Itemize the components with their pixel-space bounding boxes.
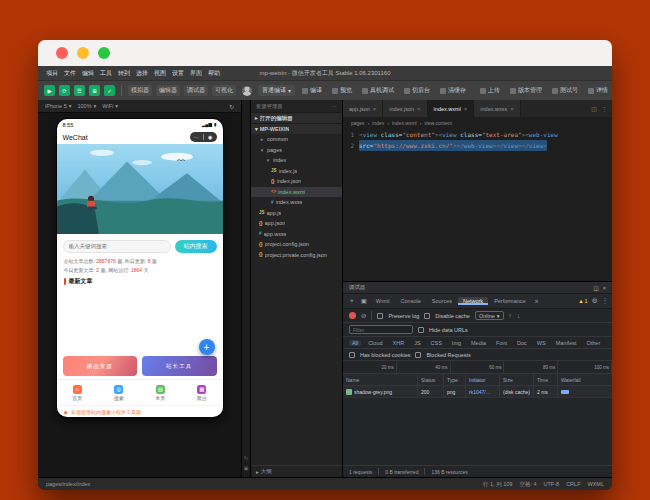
kebab-icon[interactable]: ⋮ [601,105,607,112]
quick-refresh-icon[interactable]: ⟳ [59,85,70,96]
eol-type[interactable]: CRLF [566,481,580,488]
language-mode[interactable]: WXML [588,481,605,488]
tree-item-index-json[interactable]: {} index.json [251,176,342,187]
minimize-window-button[interactable] [77,47,89,59]
quick-menu-icon[interactable]: ☰ [74,85,85,96]
device-icon[interactable]: ▣ [244,465,249,471]
tab-performance[interactable]: Performance [489,297,531,305]
breadcrumb-file[interactable]: index.wxml [392,120,417,126]
network-timeline[interactable]: 20 ms 40 ms 60 ms 80 ms 100 ms [343,361,612,374]
tree-item-common[interactable]: ▸ common [251,134,342,145]
clear-icon[interactable]: ⊘ [361,312,366,320]
promo-banner-2[interactable]: 站长工具 [142,356,217,376]
col-status[interactable]: Status [418,374,444,385]
search-input[interactable] [63,240,171,253]
ellipsis-icon[interactable]: ⋯ [332,103,337,109]
rotate-icon[interactable]: ↻ [244,455,248,461]
quick-run-icon[interactable]: ▶ [44,85,55,96]
close-icon[interactable]: × [373,106,377,112]
capsule-more-icon[interactable]: ⋯ [194,134,199,140]
filter-cloud[interactable]: Cloud [365,340,385,346]
tree-item-app-js[interactable]: JS app.js [251,208,342,219]
toggle-debugger[interactable]: 调试器 [184,85,208,96]
tree-item-project-config[interactable]: {} project.config.json [251,239,342,250]
blocked-cookies-checkbox[interactable] [349,352,355,358]
tree-item-project-private-config[interactable]: {} project.private.config.json [251,250,342,261]
add-fab-button[interactable]: + [199,339,215,355]
menu-item-goto[interactable]: 转到 [118,69,130,78]
overflow-icon[interactable]: » [532,298,542,305]
miniprogram-capsule[interactable]: ⋯ ◉ [190,132,217,142]
latest-articles-header[interactable]: 最新文章 [64,277,216,286]
preview-button[interactable]: 预览 [329,85,355,96]
outline-section[interactable]: ▸ 大纲 [251,465,342,477]
filter-media[interactable]: Media [468,340,489,346]
menu-item-tools[interactable]: 工具 [100,69,112,78]
compile-mode-dropdown[interactable]: 普通编译 ▾ [258,85,295,96]
col-waterfall[interactable]: Waterfall [558,374,612,385]
col-type[interactable]: Type [444,374,466,385]
inspect-icon[interactable]: ⌖ [347,297,357,305]
tab-sources[interactable]: Sources [427,297,457,305]
hide-data-urls-checkbox[interactable] [418,327,424,333]
capsule-close-icon[interactable]: ◉ [208,134,212,140]
tab-network[interactable]: Network [458,297,488,305]
menu-item-interface[interactable]: 界面 [190,69,202,78]
filter-ws[interactable]: WS [534,340,549,346]
preserve-log-checkbox[interactable] [377,313,383,319]
toggle-visualizer[interactable]: 可视化 [212,85,236,96]
col-size[interactable]: Size [500,374,534,385]
popout-icon[interactable]: ◫ [594,285,599,291]
breadcrumb-pages[interactable]: pages [351,120,365,126]
code-editor[interactable]: 1 <view class="content"><view class="tex… [343,128,612,281]
close-icon[interactable]: × [417,106,421,112]
tab-app-json[interactable]: app.json × [343,100,383,117]
warning-badge[interactable]: ▲ 1 [578,298,588,304]
tab-index-wxss[interactable]: index.wxss × [474,100,520,117]
version-manage-button[interactable]: 版本管理 [507,85,545,96]
import-har-icon[interactable]: ↑ [509,312,512,319]
filter-img[interactable]: Img [449,340,464,346]
tab-index-json[interactable]: index.json × [383,100,427,117]
filter-font[interactable]: Font [493,340,510,346]
filter-manifest[interactable]: Manifest [553,340,580,346]
tree-item-index-wxss[interactable]: # index.wxss [251,197,342,208]
tree-item-index-js[interactable]: JS index.js [251,166,342,177]
gear-icon[interactable]: ⚙ [592,297,598,305]
tab-wxml[interactable]: Wxml [371,297,395,305]
col-initiator[interactable]: Initiator [466,374,500,385]
toggle-simulator[interactable]: 模拟器 [128,85,152,96]
split-editor-icon[interactable]: ◫ [591,105,597,112]
network-request-row[interactable]: shadow-grey.png 200 png rk1047/… (disk c… [343,386,612,398]
site-search-button[interactable]: 站内搜索 [175,240,217,253]
upload-button[interactable]: 上传 [477,85,503,96]
tree-item-pages[interactable]: ▾ pages [251,145,342,156]
menu-item-project[interactable]: 项目 [46,69,58,78]
filter-css[interactable]: CSS [428,340,445,346]
blocked-requests-checkbox[interactable] [415,352,421,358]
menu-item-view[interactable]: 视图 [154,69,166,78]
compile-button[interactable]: 编译 [299,85,325,96]
filter-xhr[interactable]: XHR [390,340,408,346]
menu-item-settings[interactable]: 设置 [172,69,184,78]
indentation[interactable]: 空格: 4 [519,481,536,488]
close-icon[interactable]: × [603,285,606,291]
background-button[interactable]: 切后台 [401,85,433,96]
tab-home[interactable]: ⌂ 首页 [57,380,99,405]
tab-search[interactable]: ◎ 搜索 [98,380,140,405]
test-account-button[interactable]: 测试号 [549,85,581,96]
project-section[interactable]: ▾ MP-WEIXIN [251,123,342,134]
promo-banner-1[interactable]: 精品资源 [63,356,138,376]
filter-all[interactable]: All [349,340,361,346]
menu-item-select[interactable]: 选择 [136,69,148,78]
menu-item-help[interactable]: 帮助 [208,69,220,78]
tree-item-index-folder[interactable]: ▾ index [251,155,342,166]
clear-cache-button[interactable]: 清缓存 [437,85,469,96]
close-window-button[interactable] [56,47,68,59]
throttling-dropdown[interactable]: Online ▾ [475,311,504,320]
device-select[interactable]: iPhone 5 ▾ [45,103,71,109]
quick-grid-icon[interactable]: ⊞ [89,85,100,96]
tab-aggregate[interactable]: ▦ 聚合 [181,380,223,405]
quick-check-icon[interactable]: ✓ [104,85,115,96]
zoom-select[interactable]: 100% ▾ [77,103,96,109]
